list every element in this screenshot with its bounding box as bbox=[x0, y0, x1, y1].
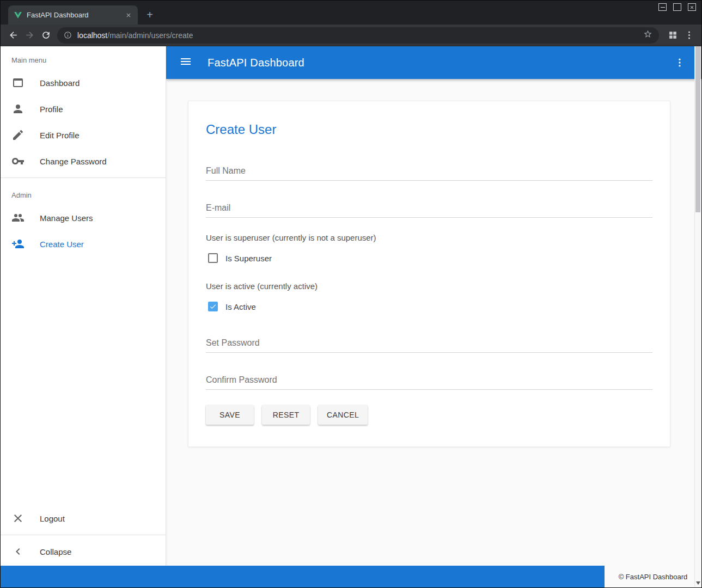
browser-tab[interactable]: FastAPI Dashboard bbox=[8, 5, 138, 24]
sidebar-divider bbox=[1, 177, 166, 178]
reset-button[interactable]: RESET bbox=[262, 405, 310, 425]
cancel-button[interactable]: CANCEL bbox=[318, 405, 368, 425]
tab-close-icon[interactable] bbox=[124, 10, 133, 20]
forward-icon[interactable] bbox=[21, 27, 38, 44]
browser-titlebar: FastAPI Dashboard + bbox=[1, 1, 701, 24]
vue-favicon-icon bbox=[14, 11, 22, 20]
sidebar-divider bbox=[1, 535, 166, 535]
sidebar-item-label: Manage Users bbox=[40, 213, 93, 223]
person-add-icon bbox=[11, 237, 25, 250]
app-title: FastAPI Dashboard bbox=[207, 57, 304, 69]
sidebar: Main menu Dashboard Profile Edit Profile bbox=[1, 46, 166, 566]
sidebar-item-label: Change Password bbox=[40, 157, 107, 166]
browser-menu-icon[interactable] bbox=[681, 27, 697, 44]
close-icon bbox=[11, 512, 25, 525]
create-user-card: Create User User is superuser (currently… bbox=[188, 101, 670, 447]
browser-navbar: localhost/main/admin/users/create bbox=[1, 24, 701, 46]
sidebar-item-change-password[interactable]: Change Password bbox=[1, 148, 166, 174]
scroll-down-arrow-icon[interactable] bbox=[696, 581, 700, 585]
superuser-hint: User is superuser (currently is not a su… bbox=[206, 233, 652, 242]
active-hint: User is active (currently active) bbox=[206, 281, 652, 291]
window-controls bbox=[658, 3, 696, 11]
sidebar-item-label: Collapse bbox=[40, 547, 71, 556]
url-path: /main/admin/users/create bbox=[107, 31, 193, 40]
email-input[interactable] bbox=[206, 198, 652, 218]
app-footer: © FastAPI Dashboard bbox=[1, 566, 701, 587]
is-superuser-checkbox[interactable] bbox=[208, 253, 218, 263]
app-toolbar: FastAPI Dashboard bbox=[166, 46, 701, 79]
scrollbar-thumb[interactable] bbox=[695, 46, 700, 212]
is-active-checkbox[interactable] bbox=[208, 302, 218, 311]
sidebar-item-collapse[interactable]: Collapse bbox=[1, 538, 166, 565]
sidebar-item-manage-users[interactable]: Manage Users bbox=[1, 205, 166, 231]
page-content: Create User User is superuser (currently… bbox=[166, 79, 701, 566]
sidebar-section-admin-label: Admin bbox=[1, 181, 166, 205]
maximize-button[interactable] bbox=[673, 3, 681, 11]
person-icon bbox=[11, 102, 25, 115]
set-password-input[interactable] bbox=[206, 333, 652, 353]
check-icon bbox=[209, 302, 217, 311]
site-info-icon[interactable] bbox=[64, 31, 72, 39]
key-icon bbox=[11, 155, 25, 168]
new-tab-button[interactable]: + bbox=[142, 7, 157, 22]
address-bar[interactable]: localhost/main/admin/users/create bbox=[57, 27, 659, 44]
back-icon[interactable] bbox=[5, 27, 21, 44]
form-actions: SAVE RESET CANCEL bbox=[206, 405, 652, 425]
page-title: Create User bbox=[206, 122, 652, 137]
sidebar-item-create-user[interactable]: Create User bbox=[1, 231, 166, 257]
copyright-text: © FastAPI Dashboard bbox=[605, 566, 701, 587]
sidebar-item-edit-profile[interactable]: Edit Profile bbox=[1, 122, 166, 148]
people-icon bbox=[11, 211, 25, 224]
sidebar-item-logout[interactable]: Logout bbox=[1, 505, 166, 531]
bookmark-star-icon[interactable] bbox=[643, 29, 652, 41]
sidebar-item-label: Create User bbox=[40, 240, 84, 249]
url-text[interactable]: localhost/main/admin/users/create bbox=[77, 31, 193, 40]
page-scrollbar[interactable] bbox=[694, 46, 701, 587]
confirm-password-input[interactable] bbox=[206, 370, 652, 390]
hamburger-menu-icon[interactable] bbox=[179, 55, 192, 70]
minimize-button[interactable] bbox=[658, 3, 667, 11]
is-active-checkbox-row[interactable]: Is Active bbox=[206, 302, 652, 311]
full-name-input[interactable] bbox=[206, 161, 652, 181]
app-root: Main menu Dashboard Profile Edit Profile bbox=[1, 46, 701, 566]
apps-grid-icon[interactable] bbox=[664, 27, 681, 44]
sidebar-item-profile[interactable]: Profile bbox=[1, 96, 166, 122]
sidebar-item-label: Logout bbox=[40, 514, 65, 523]
url-host: localhost bbox=[77, 31, 107, 40]
toolbar-kebab-icon[interactable] bbox=[671, 54, 688, 71]
main-area: FastAPI Dashboard Create User User is su… bbox=[166, 46, 701, 566]
window-close-button[interactable] bbox=[688, 3, 696, 11]
is-superuser-checkbox-row[interactable]: Is Superuser bbox=[206, 253, 652, 263]
dashboard-icon bbox=[11, 76, 25, 89]
is-superuser-label[interactable]: Is Superuser bbox=[225, 254, 272, 263]
sidebar-section-main-label: Main menu bbox=[1, 46, 166, 70]
tab-title: FastAPI Dashboard bbox=[27, 11, 124, 19]
reload-icon[interactable] bbox=[38, 27, 54, 44]
sidebar-item-label: Profile bbox=[40, 105, 63, 114]
sidebar-item-dashboard[interactable]: Dashboard bbox=[1, 70, 166, 96]
pencil-icon bbox=[11, 128, 25, 142]
save-button[interactable]: SAVE bbox=[206, 405, 254, 425]
sidebar-bottom: Logout Collapse bbox=[1, 505, 166, 566]
sidebar-item-label: Edit Profile bbox=[40, 131, 80, 140]
browser-window: FastAPI Dashboard + localhost/mai bbox=[0, 0, 702, 588]
is-active-label[interactable]: Is Active bbox=[225, 302, 256, 311]
sidebar-item-label: Dashboard bbox=[40, 78, 80, 88]
chevron-left-icon bbox=[11, 545, 25, 558]
